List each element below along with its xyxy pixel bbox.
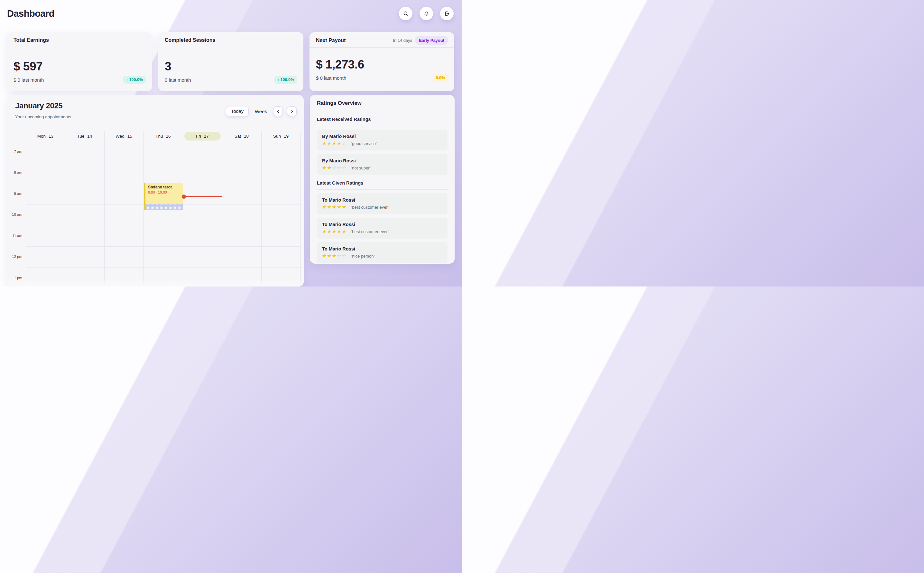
early-payout-badge[interactable]: Early Payout [415,36,448,45]
time-label: 7 am [7,141,22,162]
rating-item: To Mario Rossi★★★★★"best customer ever" [317,193,447,214]
calendar-event[interactable]: Stefano tarot9:00 - 10:00 [144,183,183,204]
stat-card-header: Total Earnings [7,32,152,47]
star-rating: ★★★☆☆ [322,254,347,258]
time-label: 1 pm [7,267,22,286]
time-label: 12 pm [7,246,22,268]
stats-row: Total Earnings $ 597 $ 0 last month ↑ 10… [7,32,454,91]
day-pill: Mon13 [27,132,64,141]
day-name: Mon [37,134,45,139]
next-week-button[interactable] [287,106,296,116]
grid-vline [65,131,65,286]
time-label: 11 am [7,225,22,246]
star-icon: ★ [322,229,327,234]
ratings-title: Ratings Overview [317,100,361,106]
time-label: 8 am [7,162,22,183]
rating-author: To Mario Rossi [322,197,442,203]
day-pill: Sun19 [263,132,299,141]
stat-subtext: $ 0 last month [14,77,44,83]
time-label: 9 am [7,183,22,204]
star-icon: ★ [337,141,342,146]
star-icon: ★ [342,229,347,234]
star-icon: ★ [327,229,332,234]
stat-card-header: Completed Sessions [158,32,303,47]
topbar: Dashboard [7,0,453,27]
day-name: Tue [77,134,85,139]
star-icon: ☆ [332,165,337,171]
stat-title: Completed Sessions [165,37,215,43]
star-icon: ★ [332,204,337,210]
star-icon: ★ [332,253,337,258]
grid-vline [26,131,26,286]
rating-quote: "best customer ever" [351,229,389,234]
prev-week-button[interactable] [273,106,283,116]
ratings-section-heading: Latest Received Ratings [317,117,447,122]
day-number: 16 [166,134,171,139]
divider [317,189,447,190]
day-header-mon: Mon13 [26,131,65,141]
rating-author: By Mario Rossi [322,134,442,139]
trend-badge: 0.0% [433,74,448,82]
day-pill: Thu16 [145,132,182,141]
star-icon: ★ [337,229,342,234]
day-number: 19 [284,134,289,139]
payout-countdown: In 14 days [393,38,412,43]
rating-row: ★★☆☆☆"not super" [322,165,442,171]
rating-author: To Mario Rossi [322,222,442,227]
search-button[interactable] [399,7,413,20]
day-number: 15 [127,134,132,139]
day-header-wed: Wed15 [104,131,143,141]
stat-card-body: $ 597 $ 0 last month ↑ 100.0% [7,60,152,84]
divider [317,126,447,126]
time-label: 10 am [7,204,22,225]
grid-hline [26,267,301,268]
stat-value: $ 1,273.6 [316,58,448,71]
day-name: Sun [273,134,281,139]
calendar-card: January 2025 Your upcoming appointments … [7,95,304,286]
ratings-sections: Latest Received RatingsBy Mario Rossi★★★… [310,110,455,263]
day-header-thu: Thu16 [143,131,183,141]
rating-author: To Mario Rossi [322,246,442,252]
star-icon: ★ [332,229,337,234]
ratings-header: Ratings Overview [310,95,455,110]
rating-quote: "not super" [351,166,371,171]
today-button[interactable]: Today [226,106,249,116]
topbar-actions [399,7,453,20]
rating-quote: "good service" [351,141,377,146]
star-icon: ★ [327,165,332,171]
logout-button[interactable] [440,7,453,20]
event-title: Stefano tarot [148,185,180,189]
calendar-grid: Mon13Tue14Wed15Thu16Fri17Sat18Sun197 am8… [7,131,301,286]
star-icon: ☆ [342,165,347,171]
star-icon: ★ [327,253,332,258]
rating-row: ★★★☆☆"nice person" [322,254,442,258]
page-title: Dashboard [7,8,54,19]
grid-vline [183,131,183,286]
star-rating: ★★☆☆☆ [322,165,347,171]
calendar-month-title: January 2025 [15,101,63,110]
day-number: 17 [204,134,209,139]
day-name: Wed [116,134,124,139]
rating-quote: "nice person" [351,254,375,258]
ratings-card: Ratings Overview Latest Received Ratings… [310,95,455,264]
rating-item: To Mario Rossi★★★☆☆"nice person" [317,242,447,263]
grid-vline [222,131,222,286]
stat-value: $ 597 [14,60,146,73]
stat-card-completed-sessions: Completed Sessions 3 0 last month ↑ 100.… [158,32,303,91]
trend-badge: ↑ 100.0% [123,76,146,84]
star-rating: ★★★★★ [322,229,347,234]
stat-subtext: 0 last month [165,77,191,83]
view-selector-week[interactable]: Week [253,109,269,114]
day-header-fri: Fri17 [183,131,222,141]
notifications-button[interactable] [419,7,433,20]
stat-card-next-payout: Next Payout In 14 days Early Payout $ 1,… [309,32,454,91]
stat-card-body: $ 1,273.6 $ 0 last month 0.0% [309,58,454,82]
star-icon: ★ [332,141,337,146]
day-pill: Sat18 [224,132,260,141]
day-name: Fri [196,134,201,139]
grid-hline [26,246,301,247]
rating-item: By Mario Rossi★★★★☆"good service" [317,130,447,150]
rating-row: ★★★★★"best customer ever" [322,205,442,210]
current-time-indicator [183,196,222,197]
rating-author: By Mario Rossi [322,158,442,163]
